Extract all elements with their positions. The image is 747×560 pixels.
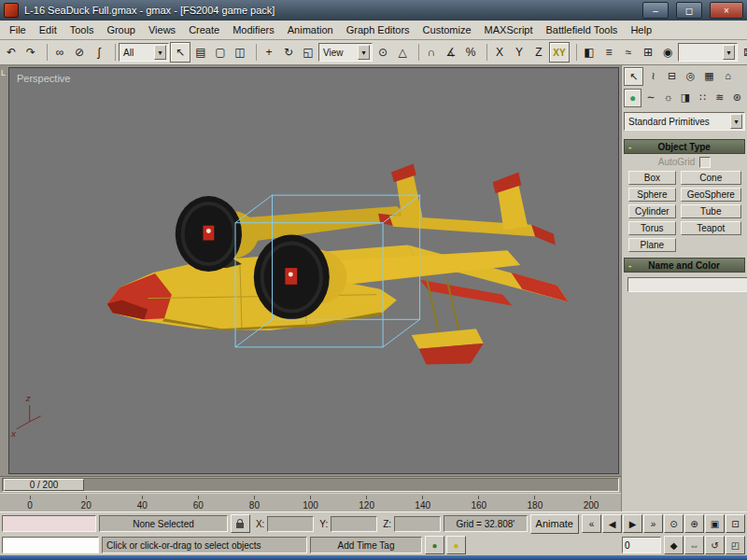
mirror-button[interactable]: ◧ — [580, 43, 599, 62]
axis-constraint-y-button[interactable]: Y — [510, 43, 529, 62]
axis-constraint-xy-button[interactable]: XY — [549, 42, 570, 63]
go-to-start-button[interactable]: « — [582, 514, 601, 533]
play-animation-button[interactable]: ▶ — [623, 514, 642, 533]
time-slider-thumb[interactable]: 0 / 200 — [4, 479, 84, 491]
listener-line[interactable] — [2, 537, 99, 553]
animate-button[interactable]: Animate — [530, 514, 579, 534]
key-mode-toggle[interactable]: ◆ — [664, 536, 684, 554]
material-editor-button[interactable]: ◉ — [658, 43, 677, 62]
rectangular-selection-region-button[interactable]: ▢ — [211, 43, 230, 62]
tab-modify[interactable]: ≀ — [644, 67, 662, 84]
subcat-systems[interactable]: ⊛ — [729, 89, 745, 105]
subcat-shapes[interactable]: ∼ — [642, 89, 658, 105]
snap-toggle-3d-button[interactable]: ∩ — [422, 43, 441, 62]
use-pivot-point-center-button[interactable]: ⊙ — [374, 43, 392, 62]
selection-filter-dropdown[interactable]: All — [119, 43, 169, 62]
menu-graph-editors[interactable]: Graph Editors — [340, 22, 416, 37]
angle-snap-toggle[interactable]: ∡ — [442, 43, 460, 62]
tab-motion[interactable]: ◎ — [682, 67, 699, 84]
menu-edit[interactable]: Edit — [33, 22, 63, 37]
zoom-button[interactable]: ⊙ — [664, 514, 684, 533]
prim-box-button[interactable]: Box — [628, 171, 676, 185]
subcat-cameras[interactable]: ◨ — [677, 89, 693, 105]
unlink-selection-button[interactable]: ⊘ — [70, 43, 89, 62]
y-coordinate-input[interactable] — [331, 516, 377, 532]
restore-button[interactable]: ◻ — [676, 2, 702, 19]
prim-tube-button[interactable]: Tube — [681, 204, 741, 218]
menu-customize[interactable]: Customize — [416, 22, 478, 37]
menu-create[interactable]: Create — [182, 22, 226, 37]
subcat-geometry[interactable]: ● — [624, 89, 641, 107]
tab-display[interactable]: ▦ — [700, 67, 718, 84]
primitive-category-dropdown[interactable]: Standard Primitives — [624, 112, 745, 131]
schematic-view-button[interactable]: ⊞ — [639, 43, 657, 62]
named-selection-sets-dropdown[interactable] — [678, 43, 738, 62]
viewport-canvas[interactable]: z x — [9, 68, 618, 473]
menu-battlefield-tools[interactable]: Battlefield Tools — [540, 22, 625, 37]
select-and-scale-button[interactable]: ◱ — [299, 43, 317, 62]
menu-maxscript[interactable]: MAXScript — [478, 22, 540, 37]
redo-button[interactable]: ↷ — [21, 43, 40, 62]
yellow-dot-button[interactable]: ● — [446, 536, 466, 554]
select-and-manipulate-button[interactable]: △ — [393, 43, 412, 62]
green-dot-button[interactable]: ● — [425, 536, 444, 554]
zoom-region-button[interactable]: ⊡ — [726, 514, 745, 533]
align-button[interactable]: ≡ — [599, 43, 618, 62]
zoom-all-button[interactable]: ⊕ — [684, 514, 704, 533]
x-coordinate-input[interactable] — [267, 516, 314, 532]
viewport-label[interactable]: Perspective — [17, 73, 70, 84]
time-slider-track[interactable]: 0 / 200 — [2, 478, 619, 492]
autogrid-checkbox[interactable] — [699, 157, 711, 168]
select-and-link-button[interactable]: ∞ — [50, 43, 69, 62]
subcat-helpers[interactable]: ∷ — [695, 89, 711, 105]
menu-modifiers[interactable]: Modifiers — [226, 22, 281, 37]
subcat-lights[interactable]: ☼ — [660, 89, 676, 105]
pan-view-button[interactable]: ⇔ — [684, 536, 704, 554]
select-object-button[interactable]: ↖ — [170, 42, 190, 63]
object-type-rollout-header[interactable]: - Object Type — [624, 139, 745, 154]
prim-plane-button[interactable]: Plane — [628, 238, 676, 252]
prim-cone-button[interactable]: Cone — [681, 171, 741, 185]
menu-file[interactable]: File — [3, 22, 33, 37]
current-frame-input[interactable] — [622, 537, 661, 553]
select-by-name-button[interactable]: ▤ — [191, 43, 210, 62]
menu-group[interactable]: Group — [100, 22, 142, 37]
axis-constraint-z-button[interactable]: Z — [529, 43, 548, 62]
prim-torus-button[interactable]: Torus — [628, 221, 676, 235]
close-button[interactable]: × — [710, 2, 743, 19]
name-and-color-rollout-header[interactable]: - Name and Color — [624, 258, 745, 273]
menu-help[interactable]: Help — [624, 22, 658, 37]
tab-hierarchy[interactable]: ⊟ — [663, 67, 681, 84]
min-max-toggle-button[interactable]: ◰ — [726, 536, 745, 554]
minimize-button[interactable]: – — [642, 2, 669, 19]
macro-recorder-line[interactable] — [2, 515, 96, 532]
track-bar[interactable]: 020406080100120140160180200 — [0, 493, 621, 511]
prim-sphere-button[interactable]: Sphere — [628, 188, 676, 202]
reference-coordinate-dropdown[interactable]: View — [318, 43, 373, 62]
object-name-input[interactable] — [627, 277, 747, 292]
percent-snap-toggle[interactable]: % — [461, 43, 480, 62]
menu-views[interactable]: Views — [142, 22, 182, 37]
arc-rotate-button[interactable]: ↺ — [705, 536, 725, 554]
menu-tools[interactable]: Tools — [63, 22, 101, 37]
prim-cylinder-button[interactable]: Cylinder — [628, 204, 676, 218]
prim-teapot-button[interactable]: Teapot — [681, 221, 741, 235]
select-and-move-button[interactable]: + — [260, 43, 278, 62]
perspective-viewport[interactable]: z x Perspective — [8, 67, 619, 474]
add-time-tag-button[interactable]: Add Time Tag — [310, 537, 422, 553]
z-coordinate-input[interactable] — [394, 516, 441, 532]
window-crossing-toggle[interactable]: ◫ — [231, 43, 249, 62]
subcat-space-warps[interactable]: ≋ — [712, 89, 727, 105]
go-to-end-button[interactable]: » — [643, 514, 663, 533]
prim-geosphere-button[interactable]: GeoSphere — [681, 188, 741, 202]
tab-create[interactable]: ↖ — [624, 67, 643, 86]
tab-utilities[interactable]: ⌂ — [719, 67, 737, 84]
select-and-rotate-button[interactable]: ↻ — [279, 43, 298, 62]
bind-to-space-warp-button[interactable]: ʃ — [90, 43, 108, 62]
selection-lock-toggle[interactable] — [231, 514, 250, 533]
curve-editor-button[interactable]: ≈ — [619, 43, 638, 62]
zoom-extents-button[interactable]: ▣ — [705, 514, 725, 533]
previous-frame-button[interactable]: ◀ — [602, 514, 622, 533]
undo-button[interactable]: ↶ — [2, 43, 21, 62]
menu-animation[interactable]: Animation — [281, 22, 340, 37]
